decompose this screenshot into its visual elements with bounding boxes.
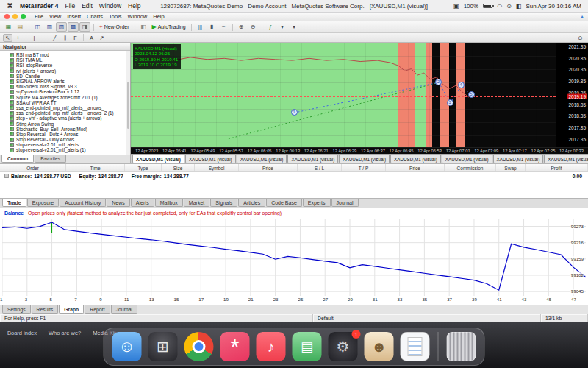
control-center-icon[interactable]: ◧ <box>516 3 522 10</box>
mt4-menu-view[interactable]: View <box>49 13 61 20</box>
navigator-button[interactable]: ▧ <box>56 22 67 32</box>
terminal-tab-market[interactable]: Market <box>184 199 209 207</box>
mt4-menu-insert[interactable]: Insert <box>67 13 81 20</box>
navigator-item[interactable]: RSI_stopReverse <box>0 63 130 68</box>
dock-photos[interactable]: * <box>220 332 250 361</box>
navigator-scrollbar[interactable] <box>126 51 130 155</box>
zoom-in-button[interactable]: ⊕ <box>236 22 247 32</box>
tester-tab-report[interactable]: Report <box>85 305 110 314</box>
fibonacci-button[interactable]: F <box>71 34 80 42</box>
dock-launchpad[interactable]: ⊞ <box>148 332 178 361</box>
chart-candles-button[interactable]: ▮ <box>207 22 218 32</box>
navigator-item[interactable]: sinGoldenCross Signals_v3.3 <box>0 84 130 89</box>
vertical-line-button[interactable]: | <box>29 34 39 42</box>
dock-contacts[interactable]: ☻ <box>365 332 394 361</box>
navigator-item[interactable]: step - vhf - adaptive vma (alerts + arro… <box>0 116 130 121</box>
mt4-menu-file[interactable]: File <box>35 13 43 20</box>
market-watch-button[interactable]: ◫ <box>32 22 43 32</box>
terminal-tab-code-base[interactable]: Code Base <box>266 199 302 207</box>
time-axis[interactable]: 12 Apr 202312 Apr 05:4112 Apr 05:4912 Ap… <box>131 147 588 154</box>
terminal-tab-articles[interactable]: Articles <box>238 199 265 207</box>
navigator-item[interactable]: ssa_end-pointed_nrp_mtf_alerts__arrows_2… <box>0 110 130 116</box>
trendline-button[interactable]: ╱ <box>50 34 60 42</box>
status-profile[interactable]: Default <box>313 314 541 322</box>
navigator-item[interactable]: RSI ma BT mod <box>0 52 130 57</box>
background-link-board-index[interactable]: Board index <box>7 330 37 336</box>
dock-trash[interactable] <box>447 332 476 361</box>
mac-menu-file[interactable]: File <box>65 2 75 10</box>
templates-button[interactable]: ▾ <box>289 22 300 32</box>
profiles-button[interactable]: ▤ <box>15 22 26 32</box>
chart-tab-xauusd-m1-visual[interactable]: XAUUSD,M1 (visual) <box>132 155 184 163</box>
new-chart-button[interactable]: ▦ <box>3 22 14 32</box>
mt4-menu-window[interactable]: Window <box>128 13 148 20</box>
chart-tab-xauusd-m1-visual[interactable]: XAUUSD,M1 (visual) <box>237 155 287 163</box>
navigator-item[interactable]: ssa_end-pointed_nrp_mtf_alerts__arrows_ <box>0 105 130 110</box>
trade-marker[interactable]: 5 <box>468 91 475 98</box>
navigator-item[interactable]: Sting Arrow Swing <box>0 121 130 126</box>
trade-marker[interactable]: 2 <box>435 79 442 85</box>
tester-tab-results[interactable]: Results <box>32 305 59 314</box>
background-link-who-are-we[interactable]: Who are we? <box>49 330 81 336</box>
trade-marker[interactable]: 1 <box>291 109 298 116</box>
tester-plot[interactable]: 9927399216991599910299045 <box>2 219 586 296</box>
chart-tab-xauusd-m1-visual[interactable]: XAUUSD,M1 (visual) <box>390 155 441 163</box>
terminal-tab-alerts[interactable]: Alerts <box>131 199 154 207</box>
navigator-item[interactable]: Stochastic_Buy_Sell_Arrows(Mod) <box>0 127 130 132</box>
navigator-item[interactable]: SIGNAL ARROW alerts <box>0 79 130 84</box>
mt4-menu-help[interactable]: Help <box>153 13 164 20</box>
mac-app-name[interactable]: MetaTrader 4 <box>20 2 58 10</box>
autotrading-button[interactable]: ▶AutoTrading <box>150 22 188 32</box>
indicators-button[interactable]: ƒ <box>265 22 276 32</box>
terminal-tab-trade[interactable]: Trade <box>2 199 26 207</box>
wifi-icon[interactable]: ◠ <box>497 3 502 10</box>
navigator-tab-common[interactable]: Common <box>1 155 34 163</box>
terminal-tab-account-history[interactable]: Account History <box>60 199 106 207</box>
mac-menu-edit[interactable]: Edit <box>82 2 93 10</box>
terminal-tab-journal[interactable]: Journal <box>331 199 359 207</box>
mac-menu-help[interactable]: Help <box>128 2 140 10</box>
zoom-button[interactable] <box>21 14 26 19</box>
navigator-item[interactable]: stop-reversal-v2.01_mtf_alerts (1) <box>0 147 130 152</box>
tester-tab-journal[interactable]: Journal <box>111 305 137 314</box>
input-menu-icon[interactable]: ▣ <box>453 3 459 10</box>
navigator-item[interactable]: Stop Reversal - Dots + Arrows <box>0 132 130 137</box>
price-axis[interactable]: 2021.352020.852020.352019.852019.352018.… <box>556 43 588 147</box>
navigator-item[interactable]: stop-reversal-v2.01_mtf_alerts <box>0 142 130 147</box>
spotlight-icon[interactable]: ⊙ <box>506 3 512 10</box>
tester-tab-graph[interactable]: Graph <box>59 305 84 314</box>
navigator-item[interactable]: sqDynamicBreakoutBox v 1.12 <box>0 89 130 94</box>
navigator-item[interactable]: Squize MA Averages zones mtf 2.01 (1) <box>0 95 130 100</box>
metaeditor-button[interactable]: ◧ <box>138 22 149 32</box>
dock-music[interactable]: ♪ <box>257 332 286 361</box>
search-button[interactable]: ⊙ <box>576 34 585 42</box>
chart-tab-xauusd-m1-visual[interactable]: XAUUSD,M1 (visual) <box>544 155 588 163</box>
chart-line-button[interactable]: ~ <box>218 22 229 32</box>
strategy-tester-button[interactable]: ◨ <box>79 22 90 32</box>
data-window-button[interactable]: ▥ <box>44 22 55 32</box>
chart-tab-xauusd-m1-visual[interactable]: XAUUSD,M1 (visual) <box>442 155 492 163</box>
panel-toggle-icon[interactable]: ▴ <box>581 13 584 20</box>
dock-books[interactable]: ▤ <box>293 332 322 361</box>
terminal-tab-mailbox[interactable]: Mailbox <box>155 199 183 207</box>
cursor-button[interactable]: ↖ <box>3 34 12 42</box>
arrows-button[interactable]: ↗ <box>97 34 107 42</box>
terminal-button[interactable]: ▩ <box>68 22 79 32</box>
chart-plot[interactable]: XAUUSD,M1 (visual)2023.04.12 06:26O 2019… <box>131 43 556 147</box>
scrollbar-thumb[interactable] <box>127 82 129 128</box>
trade-marker[interactable]: 4 <box>458 82 465 88</box>
terminal-tab-news[interactable]: News <box>107 199 130 207</box>
navigator-item[interactable]: SD_Candle <box>0 74 130 79</box>
navigator-item[interactable]: SSA of WPR AA TT <box>0 100 130 105</box>
chart-tab-xauusd-m1-visual[interactable]: XAUUSD,M1 (visual) <box>339 155 390 163</box>
channel-button[interactable]: ∥ <box>60 34 70 42</box>
text-button[interactable]: A <box>87 34 96 42</box>
dock-chrome[interactable] <box>184 332 214 361</box>
terminal-tab-signals[interactable]: Signals <box>210 199 237 207</box>
apple-menu-icon[interactable]: ⌘ <box>7 2 13 10</box>
timeframes-button[interactable]: ▾ <box>277 22 288 32</box>
horizontal-line-button[interactable]: − <box>40 34 49 42</box>
mt4-menu-tools[interactable]: Tools <box>109 13 122 20</box>
navigator-item[interactable]: Stop Reversal - Only Arrows <box>0 137 130 142</box>
navigator-item[interactable]: rvi (alerts + arrows) <box>0 68 130 74</box>
